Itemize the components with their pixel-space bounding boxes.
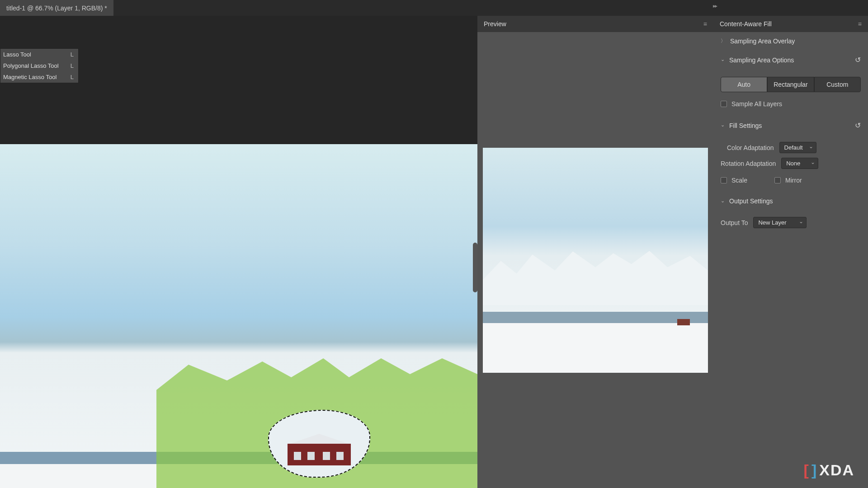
section-title: Sampling Area Overlay — [730, 38, 795, 45]
tool-shortcut: L — [71, 51, 74, 58]
canvas-area[interactable]: Lasso Tool L Polygonal Lasso Tool L Magn… — [0, 16, 477, 488]
chevron-right-icon: 〉 — [721, 38, 726, 44]
chevron-down-icon: ⌄ — [721, 122, 725, 128]
preview-body — [477, 32, 713, 488]
section-output-settings[interactable]: ⌄ Output Settings — [713, 192, 868, 210]
section-sampling-overlay[interactable]: 〉 Sampling Area Overlay — [713, 32, 868, 50]
lasso-tool-flyout: Lasso Tool L Polygonal Lasso Tool L Magn… — [0, 48, 79, 83]
section-title: Fill Settings — [729, 122, 762, 129]
panel-collapse-handle[interactable]: ▸▸ — [713, 3, 717, 9]
scale-row[interactable]: Scale — [721, 175, 747, 186]
section-title: Output Settings — [729, 197, 773, 205]
tool-polygonal-lasso[interactable]: Polygonal Lasso Tool L — [0, 60, 78, 71]
section-title: Sampling Area Options — [729, 56, 794, 64]
tool-magnetic-lasso[interactable]: Magnetic Lasso Tool L — [0, 71, 78, 83]
rotation-adaptation-select[interactable]: None — [781, 158, 818, 169]
mirror-row[interactable]: Mirror — [774, 175, 802, 186]
section-fill-settings[interactable]: ⌄ Fill Settings ↺ — [713, 116, 868, 135]
image-house — [288, 434, 351, 465]
reset-icon[interactable]: ↺ — [855, 56, 861, 64]
checkbox-icon[interactable] — [721, 177, 727, 183]
tool-lasso[interactable]: Lasso Tool L — [0, 49, 78, 60]
sample-all-layers-row[interactable]: Sample All Layers — [721, 99, 861, 109]
output-to-label: Output To — [721, 219, 748, 226]
content-aware-fill-panel: Content-Aware Fill ≡ 〉 Sampling Area Ove… — [713, 16, 868, 488]
checkbox-icon[interactable] — [774, 177, 781, 183]
panel-menu-icon[interactable]: ≡ — [703, 20, 707, 28]
rotation-adaptation-label: Rotation Adaptation — [721, 160, 776, 167]
tool-shortcut: L — [71, 74, 74, 80]
caf-panel-header: Content-Aware Fill ≡ — [713, 16, 868, 32]
chevron-down-icon: ⌄ — [721, 198, 725, 204]
preview-panel-header: Preview ≡ — [477, 16, 713, 32]
checkbox-label: Scale — [731, 177, 747, 184]
document-tab-bar: titled-1 @ 66.7% (Layer 1, RGB/8) * — [0, 0, 868, 16]
tool-shortcut: L — [71, 62, 74, 69]
tool-label: Magnetic Lasso Tool — [3, 74, 59, 80]
preview-image[interactable] — [483, 148, 708, 373]
reset-icon[interactable]: ↺ — [855, 121, 861, 130]
preview-panel: Preview ≡ — [477, 16, 713, 488]
tool-label: Polygonal Lasso Tool — [3, 62, 59, 69]
panel-menu-icon[interactable]: ≡ — [858, 20, 862, 28]
caf-panel-title: Content-Aware Fill — [720, 20, 772, 28]
preview-panel-title: Preview — [484, 20, 506, 28]
checkbox-icon[interactable] — [721, 101, 727, 107]
watermark-text: XDA — [819, 461, 854, 479]
chevron-down-icon: ⌄ — [721, 56, 725, 62]
section-sampling-options[interactable]: ⌄ Sampling Area Options ↺ — [713, 50, 868, 70]
sampling-mode-segmented: Auto Rectangular Custom — [721, 77, 861, 92]
color-adaptation-label: Color Adaptation — [727, 144, 774, 151]
sampling-mode-custom[interactable]: Custom — [814, 77, 861, 92]
document-tab-title: titled-1 @ 66.7% (Layer 1, RGB/8) * — [6, 5, 107, 12]
bracket-icon: [ — [804, 461, 810, 479]
checkbox-label: Mirror — [785, 177, 802, 184]
sampling-mode-auto[interactable]: Auto — [721, 77, 767, 92]
bracket-icon: ] — [811, 461, 817, 479]
checkbox-label: Sample All Layers — [731, 100, 782, 108]
main-image — [0, 144, 477, 488]
output-to-select[interactable]: New Layer — [753, 217, 807, 228]
document-tab[interactable]: titled-1 @ 66.7% (Layer 1, RGB/8) * — [0, 0, 113, 16]
tool-label: Lasso Tool — [3, 51, 59, 58]
sampling-mode-rectangular[interactable]: Rectangular — [767, 77, 814, 92]
xda-watermark: [] XDA — [804, 461, 854, 479]
color-adaptation-select[interactable]: Default — [779, 142, 816, 153]
canvas-scrollbar[interactable] — [473, 243, 477, 292]
